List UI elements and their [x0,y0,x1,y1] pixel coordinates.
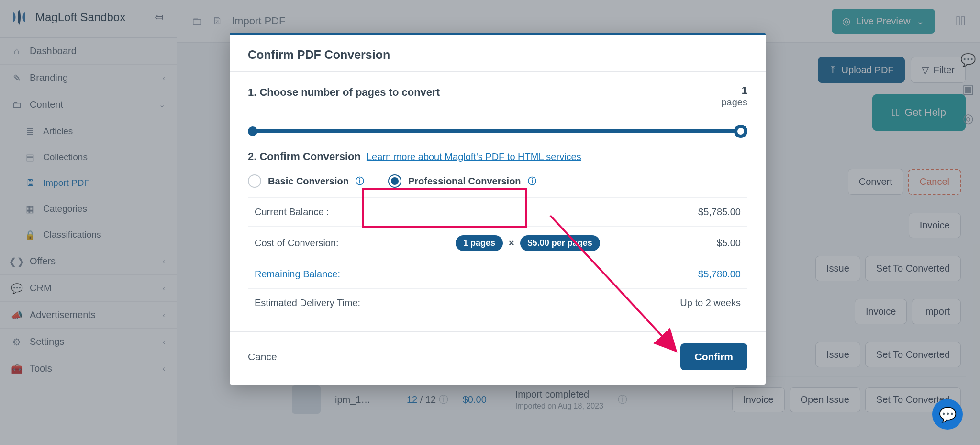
price-pill: $5.00 per pages [520,235,600,251]
logo [11,9,28,26]
help-icon: ？⃝ [892,106,900,119]
megaphone-icon: 📣 [11,310,22,320]
invoice-button[interactable]: Invoice [909,213,961,238]
chat-icon: 💬 [939,406,957,423]
step-1-heading: 1. Choose number of pages to convert [248,86,747,99]
status: Import completed Imported on Aug 18, 202… [515,389,603,411]
breadcrumb: Import PDF [232,15,285,27]
chevron-left-icon: ‹ [163,74,165,82]
confirm-button[interactable]: Confirm [680,343,748,370]
chat-icon[interactable]: 💬 [960,53,976,68]
convert-button[interactable]: Convert [848,169,903,195]
cost-conversion-row: Cost of Conversion: 1 pages × $5.00 per … [248,226,747,260]
current-balance-value: $5,785.00 [698,206,741,217]
filter-icon: ▽ [922,64,929,76]
help-icon[interactable]: ？⃝ [956,13,966,29]
sidebar-item-branding[interactable]: ✎ Branding ‹ [0,65,177,91]
open-issue-button[interactable]: Open Issue [790,387,860,412]
chevron-down-icon: ⌄ [159,100,165,109]
sidebar-item-label: Branding [30,72,68,83]
sidebar-item-dashboard[interactable]: ⌂ Dashboard [0,38,177,65]
eta-value: Up to 2 weeks [680,297,741,308]
thumbnail [292,385,321,414]
professional-conversion-radio[interactable]: Professional Conversion ⓘ [388,174,536,188]
chevron-left-icon: ‹ [163,311,165,319]
sidebar-item-label: Advertisements [30,309,96,320]
info-icon[interactable]: ⓘ [439,394,448,405]
file-name: ipm_1… [335,394,392,405]
remaining-balance-row: Remaining Balance: $5,780.00 [248,260,747,288]
sidebar-item-label: Offers [30,256,56,267]
code-icon: ❮❯ [11,256,22,267]
get-help-button[interactable]: ？⃝ Get Help [872,94,966,131]
button-label: Get Help [904,106,946,119]
cancel-button[interactable]: Cancel [248,351,279,363]
discord-icon[interactable]: ▣ [962,82,974,97]
modal-title: Confirm PDF Conversion [230,35,766,71]
set-converted-button[interactable]: Set To Converted [865,256,961,281]
cancel-button[interactable]: Cancel [908,169,961,195]
remaining-balance-value: $5,780.00 [698,269,741,280]
stack-icon: ▤ [25,152,35,162]
sidebar-item-offers[interactable]: ❮❯ Offers ‹ [0,248,177,275]
sidebar-item-advertisements[interactable]: 📣 Advertisements ‹ [0,302,177,329]
sidebar-item-label: Categories [43,204,87,214]
upload-pdf-button[interactable]: ⤒ Upload PDF [818,57,905,83]
sidebar-item-content[interactable]: 🗀 Content ⌄ [0,91,177,118]
sidebar-item-classifications[interactable]: 🔒 Classifications [0,222,177,248]
invoice-button[interactable]: Invoice [855,299,907,324]
live-preview-button[interactable]: ◎ Live Preview ⌄ [832,9,935,34]
amount: $0.00 [463,394,501,405]
sidebar-item-label: Settings [30,336,64,347]
folder-icon[interactable]: 🗀 [191,14,203,28]
info-icon[interactable]: ⓘ [356,175,364,187]
learn-more-link[interactable]: Learn more about Magloft's PDF to HTML s… [367,151,581,162]
lock-icon: 🔒 [25,229,35,240]
sidebar-item-articles[interactable]: ≣ Articles [0,118,177,144]
confirm-pdf-modal: Confirm PDF Conversion 1. Choose number … [230,33,766,385]
chevron-left-icon: ‹ [163,338,165,346]
sidebar-item-label: Tools [30,363,52,374]
issue-button[interactable]: Issue [815,342,860,367]
pdf-icon: 🖺 [25,178,35,188]
pages-pill: 1 pages [456,235,503,251]
brush-icon: ✎ [11,73,22,83]
gear-icon: ⚙ [11,337,22,347]
sidebar-item-settings[interactable]: ⚙ Settings ‹ [0,329,177,355]
current-balance-row: Current Balance : $5,785.00 [248,197,747,226]
target-icon[interactable]: ◎ [963,111,974,126]
invoice-button[interactable]: Invoice [732,387,784,412]
sidebar-item-categories[interactable]: ▦ Categories [0,196,177,222]
collapse-icon[interactable]: ⤆ [155,11,163,23]
sidebar-item-label: Import PDF [43,178,89,188]
intercom-fab[interactable]: 💬 [932,399,963,430]
tools-icon: 🧰 [11,364,22,374]
sidebar-item-collections[interactable]: ▤ Collections [0,144,177,170]
chat-icon: 💬 [11,283,22,294]
sidebar-item-label: Articles [43,126,73,137]
modal-footer: Cancel Confirm [230,332,766,385]
chevron-left-icon: ‹ [163,284,165,293]
cost-value: $5.00 [717,238,741,249]
conversion-options: Basic Conversion ⓘ Professional Conversi… [248,174,747,188]
sidebar-item-crm[interactable]: 💬 CRM ‹ [0,275,177,302]
info-icon[interactable]: ⓘ [618,393,627,406]
slider-handle[interactable] [734,125,747,138]
folder-icon: 🗀 [11,100,22,110]
sidebar-item-tools[interactable]: 🧰 Tools ‹ [0,355,177,382]
step-2-heading: 2. Confirm Conversion Learn more about M… [248,150,747,163]
live-preview-label: Live Preview [856,16,910,27]
sidebar-item-label: Classifications [43,229,101,240]
brand-name: MagLoft Sandbox [35,11,125,24]
sidebar-item-import-pdf[interactable]: 🖺 Import PDF [0,170,177,196]
info-icon[interactable]: ⓘ [528,175,536,187]
set-converted-button[interactable]: Set To Converted [865,342,961,367]
chevron-left-icon: ‹ [163,365,165,373]
import-button[interactable]: Import [912,299,961,324]
upload-icon: ⤒ [829,64,837,76]
basic-conversion-radio[interactable]: Basic Conversion ⓘ [248,174,364,188]
radio-icon [248,174,261,188]
eye-icon: ◎ [842,15,850,27]
issue-button[interactable]: Issue [815,256,860,281]
pages-slider[interactable]: 1 pages [248,110,747,133]
